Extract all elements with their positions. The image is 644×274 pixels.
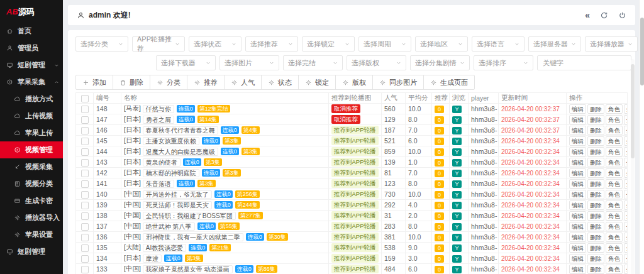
sidebar-item-3[interactable]: 苹果采集 bbox=[0, 74, 63, 90]
view-badge[interactable]: Y bbox=[452, 106, 462, 113]
card-scrollbar[interactable] bbox=[631, 59, 635, 274]
view-badge[interactable]: Y bbox=[452, 191, 462, 199]
filter-select-5[interactable]: 选择周期 bbox=[358, 36, 411, 52]
sidebar-item-12[interactable]: 苹果设置 bbox=[0, 226, 63, 243]
episode-plot-button[interactable]: 分集剧情 bbox=[624, 179, 628, 189]
toolbar-button-5[interactable]: 状态 bbox=[261, 75, 299, 90]
view-badge[interactable]: Y bbox=[452, 116, 462, 124]
role-button[interactable]: 角色 bbox=[606, 158, 623, 167]
edit-button[interactable]: 编辑 bbox=[569, 168, 586, 178]
sidebar-item-10[interactable]: 生成卡密 bbox=[0, 192, 63, 209]
sidebar-item-13[interactable]: 短剧管理 bbox=[0, 243, 63, 260]
episode-plot-button[interactable]: 分集剧情 bbox=[624, 211, 628, 221]
role-button[interactable]: 角色 bbox=[606, 179, 623, 189]
toolbar-button-0[interactable]: 添加 bbox=[75, 75, 113, 90]
row-checkbox[interactable] bbox=[81, 159, 89, 167]
view-badge[interactable]: Y bbox=[452, 159, 462, 167]
role-button[interactable]: 角色 bbox=[606, 104, 623, 114]
delete-button[interactable]: 删除 bbox=[587, 179, 604, 189]
sidebar-item-2[interactable]: 短剧管理 bbox=[0, 57, 63, 74]
role-button[interactable]: 角色 bbox=[606, 200, 623, 210]
recommend-to-carousel-button[interactable]: 推荐到APP轮播 bbox=[331, 222, 379, 231]
row-checkbox[interactable] bbox=[81, 202, 89, 209]
recommend-badge[interactable]: 0 bbox=[435, 116, 444, 124]
episode-plot-button[interactable]: 分集剧情 bbox=[624, 265, 628, 274]
power-icon[interactable] bbox=[618, 11, 626, 19]
filter-select-3[interactable]: 选择推荐 bbox=[245, 36, 298, 52]
view-badge[interactable]: Y bbox=[452, 202, 462, 209]
role-button[interactable]: 角色 bbox=[606, 115, 623, 124]
recommend-badge[interactable]: 0 bbox=[435, 202, 444, 209]
row-checkbox[interactable] bbox=[81, 191, 89, 199]
role-button[interactable]: 角色 bbox=[606, 254, 623, 263]
delete-button[interactable]: 删除 bbox=[587, 265, 604, 274]
keyword-input[interactable] bbox=[537, 55, 631, 70]
episode-plot-button[interactable]: 分集剧情 bbox=[624, 254, 628, 263]
edit-button[interactable]: 编辑 bbox=[569, 211, 586, 221]
recommend-to-carousel-button[interactable]: 推荐到APP轮播 bbox=[331, 233, 379, 241]
sidebar-item-4[interactable]: 播放方式 bbox=[0, 90, 63, 107]
collapse-icon[interactable]: « bbox=[585, 11, 590, 19]
role-button[interactable]: 角色 bbox=[606, 147, 623, 156]
row-checkbox[interactable] bbox=[81, 148, 89, 156]
recommend-to-carousel-button[interactable]: 推荐到APP轮播 bbox=[331, 265, 379, 273]
edit-button[interactable]: 编辑 bbox=[569, 136, 586, 146]
toolbar-button-6[interactable]: 锁定 bbox=[298, 75, 336, 90]
edit-button[interactable]: 编辑 bbox=[569, 126, 586, 135]
edit-button[interactable]: 编辑 bbox=[569, 179, 586, 189]
recommend-to-carousel-button[interactable]: 推荐到APP轮播 bbox=[331, 254, 379, 263]
row-checkbox[interactable] bbox=[81, 223, 89, 231]
toolbar-button-1[interactable]: 删除 bbox=[113, 75, 150, 90]
row-checkbox[interactable] bbox=[81, 266, 89, 273]
row-checkbox[interactable] bbox=[81, 255, 89, 263]
row-checkbox[interactable] bbox=[81, 234, 89, 241]
recommend-badge[interactable]: 0 bbox=[435, 191, 444, 199]
recommend-to-carousel-button[interactable]: 推荐到APP轮播 bbox=[331, 126, 379, 134]
view-badge[interactable]: Y bbox=[452, 127, 462, 134]
view-badge[interactable]: Y bbox=[452, 234, 462, 241]
filter-select2-1[interactable]: 选择图片 bbox=[219, 55, 279, 70]
select-all-checkbox[interactable] bbox=[81, 95, 89, 102]
role-button[interactable]: 角色 bbox=[606, 243, 623, 253]
delete-button[interactable]: 删除 bbox=[587, 233, 604, 242]
view-badge[interactable]: Y bbox=[452, 138, 462, 145]
row-checkbox[interactable] bbox=[81, 138, 89, 145]
page-scrollbar[interactable] bbox=[639, 0, 644, 274]
edit-button[interactable]: 编辑 bbox=[569, 115, 586, 124]
recommend-to-carousel-button[interactable]: 推荐到APP轮播 bbox=[331, 168, 379, 177]
card-scroll-thumb[interactable] bbox=[631, 64, 635, 158]
recommend-to-carousel-button[interactable]: 推荐到APP轮播 bbox=[331, 136, 379, 145]
view-badge[interactable]: Y bbox=[452, 180, 462, 188]
toolbar-button-3[interactable]: 推荐 bbox=[187, 75, 225, 90]
row-checkbox[interactable] bbox=[81, 106, 89, 113]
toolbar-button-4[interactable]: 人气 bbox=[224, 75, 262, 90]
recommend-to-carousel-button[interactable]: 推荐到APP轮播 bbox=[331, 243, 379, 252]
view-badge[interactable]: Y bbox=[452, 223, 462, 231]
cancel-recommend-button[interactable]: 取消推荐 bbox=[331, 104, 360, 113]
edit-button[interactable]: 编辑 bbox=[569, 265, 586, 274]
delete-button[interactable]: 删除 bbox=[587, 104, 604, 114]
filter-select-9[interactable]: 选择播放器 bbox=[585, 36, 638, 52]
filter-select2-2[interactable]: 选择完结 bbox=[283, 55, 343, 70]
sidebar-item-9[interactable]: 视频分类 bbox=[0, 175, 63, 192]
recommend-to-carousel-button[interactable]: 推荐到APP轮播 bbox=[331, 158, 379, 167]
edit-button[interactable]: 编辑 bbox=[569, 222, 586, 231]
edit-button[interactable]: 编辑 bbox=[569, 200, 586, 210]
delete-button[interactable]: 删除 bbox=[587, 168, 604, 178]
delete-button[interactable]: 删除 bbox=[587, 190, 604, 199]
delete-button[interactable]: 删除 bbox=[587, 200, 604, 210]
episode-plot-button[interactable]: 分集剧情 bbox=[624, 190, 628, 199]
view-badge[interactable]: Y bbox=[452, 244, 462, 252]
view-badge[interactable]: Y bbox=[452, 148, 462, 156]
filter-select2-0[interactable]: 选择下载器 bbox=[156, 55, 216, 70]
episode-plot-button[interactable]: 分集剧情 bbox=[624, 104, 628, 114]
recommend-to-carousel-button[interactable]: 推荐到APP轮播 bbox=[331, 190, 379, 199]
edit-button[interactable]: 编辑 bbox=[569, 190, 586, 199]
filter-select-6[interactable]: 选择地区 bbox=[415, 36, 468, 52]
recommend-to-carousel-button[interactable]: 推荐到APP轮播 bbox=[331, 179, 379, 188]
recommend-badge[interactable]: 0 bbox=[435, 255, 444, 263]
toolbar-button-7[interactable]: 版权 bbox=[335, 75, 373, 90]
delete-button[interactable]: 删除 bbox=[587, 254, 604, 263]
recommend-badge[interactable]: 0 bbox=[435, 244, 444, 252]
episode-plot-button[interactable]: 分集剧情 bbox=[624, 158, 628, 167]
